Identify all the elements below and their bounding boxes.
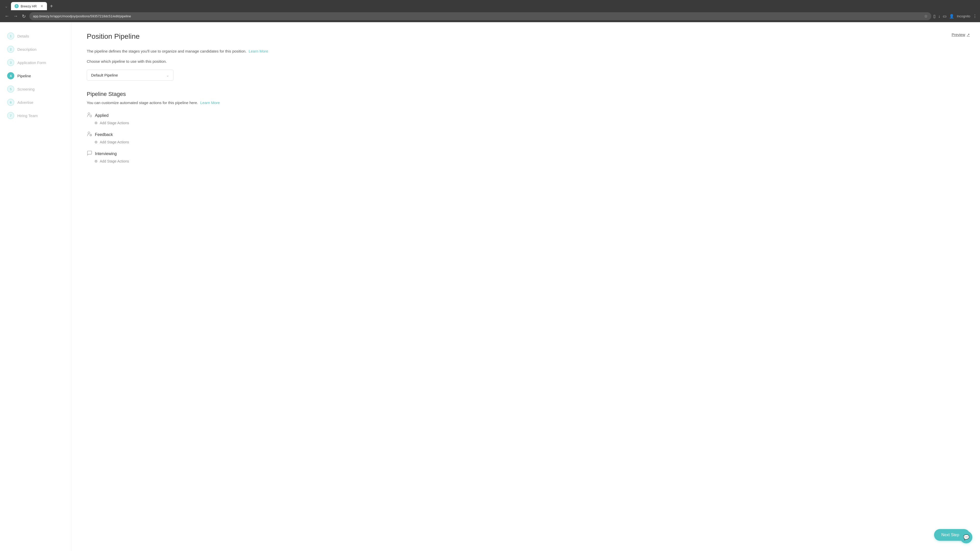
- stage-interviewing-header: Interviewing: [87, 150, 965, 157]
- forward-button[interactable]: →: [12, 13, 19, 20]
- tab-expand-icon[interactable]: ⌄: [3, 3, 10, 10]
- sidebar-item-description[interactable]: 2 Description: [5, 43, 66, 56]
- svg-point-2: [88, 132, 90, 134]
- incognito-label: Incognito: [957, 14, 970, 18]
- profile-icon[interactable]: 👤: [949, 14, 954, 19]
- browser-chrome: ⌄ B Breezy HR ✕ + ← → ↻ app.breezy.hr/ap…: [0, 0, 980, 22]
- stage-applied: Applied ⚙ Add Stage Actions: [87, 112, 965, 125]
- sidebar-label-hiring-team: Hiring Team: [18, 114, 38, 118]
- stage-applied-name: Applied: [95, 113, 108, 118]
- menu-icon[interactable]: ⋮: [973, 14, 977, 19]
- step-circle-details: 1: [7, 32, 14, 40]
- stage-feedback: Feedback ⚙ Add Stage Actions: [87, 131, 965, 144]
- sidebar-item-hiring-team[interactable]: 7 Hiring Team: [5, 110, 66, 122]
- chat-button[interactable]: 💬: [960, 531, 972, 543]
- step-circle-advertise: 6: [7, 99, 14, 106]
- sidebar-item-details[interactable]: 1 Details: [5, 30, 66, 42]
- sidebar-item-screening[interactable]: 5 Screening: [5, 83, 66, 95]
- stage-feedback-header: Feedback: [87, 131, 965, 138]
- sidebar: 1 Details 2 Description 3 Application Fo…: [0, 22, 72, 551]
- sidebar-item-application-form[interactable]: 3 Application Form: [5, 56, 66, 68]
- external-link-icon: ↗: [967, 33, 970, 37]
- pipeline-dropdown-wrapper: Default Pipeline ⌄: [87, 70, 965, 81]
- screen-icon[interactable]: ▭: [943, 14, 947, 19]
- dropdown-value: Default Pipeline: [91, 73, 118, 77]
- browser-toolbar: ← → ↻ app.breezy.hr/app/c/moodjoy/positi…: [0, 10, 980, 22]
- choose-pipeline-text: Choose which pipeline to use with this p…: [87, 59, 965, 65]
- tab-bar-left: ⌄: [3, 3, 10, 10]
- next-step-label: Next Step: [941, 533, 959, 537]
- pipeline-dropdown[interactable]: Default Pipeline ⌄: [87, 70, 173, 81]
- sidebar-label-advertise: Advertise: [18, 100, 33, 105]
- stage-applied-icon: [87, 112, 92, 119]
- address-bar[interactable]: app.breezy.hr/app/c/moodjoy/positions/59…: [29, 12, 931, 20]
- step-circle-application-form: 3: [7, 59, 14, 66]
- preview-link[interactable]: Preview ↗: [952, 32, 970, 37]
- bookmark-icon[interactable]: ☆: [924, 14, 928, 19]
- stage-interviewing: Interviewing ⚙ Add Stage Actions: [87, 150, 965, 163]
- svg-point-1: [90, 115, 92, 117]
- page-title: Position Pipeline: [87, 32, 965, 41]
- sidebar-label-pipeline: Pipeline: [18, 74, 31, 78]
- add-stage-actions-applied[interactable]: ⚙ Add Stage Actions: [94, 121, 965, 125]
- sidebar-item-pipeline[interactable]: 4 Pipeline: [5, 70, 66, 82]
- new-tab-button[interactable]: +: [48, 2, 55, 10]
- page-wrapper: 1 Details 2 Description 3 Application Fo…: [0, 22, 980, 551]
- download-icon[interactable]: ↓: [938, 14, 940, 19]
- learn-more-link-1[interactable]: Learn More: [248, 49, 268, 53]
- add-stage-actions-interviewing[interactable]: ⚙ Add Stage Actions: [94, 159, 965, 163]
- learn-more-link-2[interactable]: Learn More: [200, 100, 220, 105]
- pipeline-stages-desc: You can customize automated stage action…: [87, 100, 965, 105]
- toolbar-right: ▯ ↓ ▭ 👤 Incognito ⋮: [933, 14, 977, 19]
- sidebar-item-advertise[interactable]: 6 Advertise: [5, 96, 66, 108]
- stage-action-label-feedback: Add Stage Actions: [100, 140, 129, 144]
- chat-icon: 💬: [963, 534, 969, 540]
- main-content: Position Pipeline Preview ↗ The pipeline…: [72, 22, 980, 551]
- stage-feedback-name: Feedback: [95, 132, 113, 137]
- sidebar-label-application-form: Application Form: [18, 60, 46, 65]
- stage-interviewing-name: Interviewing: [95, 151, 117, 156]
- stage-applied-header: Applied: [87, 112, 965, 119]
- gear-icon-applied: ⚙: [94, 121, 98, 125]
- step-circle-screening: 5: [7, 86, 14, 93]
- pipeline-description: The pipeline defines the stages you'll u…: [87, 48, 965, 54]
- svg-point-0: [88, 113, 90, 114]
- extensions-icon[interactable]: ▯: [933, 14, 935, 19]
- active-tab[interactable]: B Breezy HR ✕: [11, 2, 47, 10]
- back-button[interactable]: ←: [3, 13, 11, 20]
- url-text: app.breezy.hr/app/c/moodjoy/positions/59…: [33, 14, 922, 18]
- stage-action-label-applied: Add Stage Actions: [100, 121, 129, 125]
- tab-bar: ⌄ B Breezy HR ✕ +: [0, 0, 980, 10]
- tab-title: Breezy HR: [21, 4, 37, 8]
- nav-buttons: ← → ↻: [3, 13, 27, 20]
- chevron-down-icon: ⌄: [166, 73, 169, 77]
- tab-close-button[interactable]: ✕: [40, 4, 43, 8]
- preview-label: Preview: [952, 32, 965, 37]
- stage-action-label-interviewing: Add Stage Actions: [100, 159, 129, 163]
- step-circle-hiring-team: 7: [7, 112, 14, 119]
- reload-button[interactable]: ↻: [21, 13, 27, 20]
- gear-icon-feedback: ⚙: [94, 140, 98, 144]
- step-circle-description: 2: [7, 46, 14, 53]
- sidebar-label-screening: Screening: [18, 87, 35, 91]
- add-stage-actions-feedback[interactable]: ⚙ Add Stage Actions: [94, 140, 965, 144]
- tab-favicon: B: [14, 4, 19, 8]
- pipeline-stages-title: Pipeline Stages: [87, 91, 965, 97]
- gear-icon-interviewing: ⚙: [94, 159, 98, 163]
- step-circle-pipeline: 4: [7, 72, 14, 79]
- stage-feedback-icon: [87, 131, 92, 138]
- sidebar-label-details: Details: [18, 34, 29, 38]
- sidebar-label-description: Description: [18, 47, 37, 52]
- stage-interviewing-icon: [87, 150, 92, 157]
